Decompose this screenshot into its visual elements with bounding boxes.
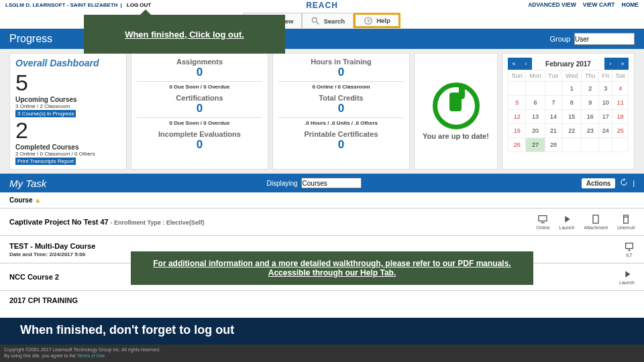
calendar-month: February 2017 bbox=[545, 60, 591, 68]
stat-sub: .0 Hours / .0 Units / .0 Others bbox=[278, 120, 404, 126]
course-title: 2017 CPI TRAINING bbox=[9, 296, 78, 304]
callout-help: For additional information and a more de… bbox=[131, 251, 533, 285]
calendar-card: «‹ February 2017 ›» SunMonTueWedThuFriSa… bbox=[502, 53, 635, 170]
advanced-view-link[interactable]: ADVANCED VIEW bbox=[528, 1, 576, 8]
footer-banner: When finished, don't forget to log out bbox=[0, 318, 644, 345]
tab-help[interactable]: ? Help bbox=[354, 13, 400, 28]
stat-number: 0 bbox=[278, 102, 404, 115]
view-cart-link[interactable]: VIEW CART bbox=[583, 1, 615, 8]
attachment-icon[interactable]: Attachment bbox=[584, 214, 608, 230]
cal-prev-month[interactable]: ‹ bbox=[520, 58, 532, 70]
course-datetime: Date and Time: 2/24/2017 5:00 bbox=[9, 251, 95, 257]
launch-icon[interactable]: Launch bbox=[559, 214, 575, 230]
course-title: NCC Course 2 bbox=[9, 273, 59, 281]
print-transcripts-button[interactable]: Print Transcripts Report bbox=[15, 158, 76, 165]
svg-rect-6 bbox=[593, 215, 598, 223]
group-label: Group bbox=[549, 35, 570, 43]
cal-next-year[interactable]: » bbox=[616, 58, 629, 70]
upcoming-count: 5 bbox=[15, 70, 121, 96]
upcoming-label: Upcoming Courses bbox=[15, 96, 121, 103]
stat-sub: 0 Due Soon / 0 Overdue bbox=[137, 120, 262, 126]
svg-point-10 bbox=[629, 249, 631, 251]
stat-number: 0 bbox=[137, 66, 262, 79]
thumbs-up-icon bbox=[433, 82, 480, 129]
svg-rect-7 bbox=[624, 215, 629, 223]
tab-label: Help bbox=[376, 17, 390, 24]
stat-title: Hours in Training bbox=[278, 58, 404, 66]
card-title: Overall Dashboard bbox=[15, 58, 121, 68]
progress-pill[interactable]: 3 Course(s) in Progress bbox=[15, 110, 76, 117]
completed-sub: 2 Online / 0 Classroom / 0 Others bbox=[15, 151, 121, 157]
actions-button[interactable]: Actions bbox=[582, 178, 616, 188]
stat-title: Printable Certificates bbox=[278, 130, 404, 138]
search-icon bbox=[311, 16, 320, 25]
stat-title: Certifications bbox=[137, 94, 262, 102]
cal-prev-year[interactable]: « bbox=[508, 58, 520, 70]
stat-number: 0 bbox=[137, 102, 262, 115]
group-select[interactable] bbox=[574, 33, 635, 45]
stat-title: Incomplete Evaluations bbox=[137, 130, 262, 138]
divider: | bbox=[633, 180, 635, 187]
sort-asc-icon: ▲ bbox=[34, 196, 41, 204]
overall-dashboard-card: Overall Dashboard 5 Upcoming Courses 3 O… bbox=[9, 53, 127, 170]
svg-text:?: ? bbox=[367, 17, 370, 23]
brand-logo: REACH bbox=[306, 1, 338, 10]
stat-number: 0 bbox=[278, 138, 404, 152]
course-column-header[interactable]: Course ▲ bbox=[0, 192, 644, 208]
displaying-select[interactable] bbox=[301, 178, 362, 188]
completed-count: 2 bbox=[15, 117, 121, 143]
course-title: TEST - Multi-Day Course bbox=[9, 242, 95, 250]
tab-label: Search bbox=[323, 17, 345, 25]
table-row[interactable]: 2017 CPI TRAINING bbox=[0, 291, 644, 310]
ilt-icon[interactable]: ILT bbox=[624, 241, 635, 257]
online-icon[interactable]: Online bbox=[536, 214, 549, 230]
svg-rect-4 bbox=[539, 216, 547, 221]
enrollment-type: - Enrollment Type : Elective(Self) bbox=[111, 219, 205, 226]
assignments-card: Assignments 0 0 Due Soon / 0 Overdue Cer… bbox=[131, 53, 268, 170]
refresh-icon[interactable] bbox=[619, 178, 629, 188]
page-title: Progress bbox=[9, 33, 52, 45]
terms-link[interactable]: Terms of Use bbox=[77, 353, 105, 358]
course-title: Captivate Project No Test 47 bbox=[9, 218, 109, 226]
uptodate-text: You are up to date! bbox=[423, 132, 489, 140]
divider: | bbox=[121, 2, 122, 8]
help-icon: ? bbox=[364, 16, 373, 25]
svg-rect-9 bbox=[626, 243, 633, 249]
completed-label: Completed Courses bbox=[15, 143, 121, 151]
displaying-label: Displaying bbox=[266, 180, 297, 187]
stat-number: 0 bbox=[278, 66, 404, 79]
uptodate-card: You are up to date! bbox=[414, 53, 498, 170]
stat-sub: 0 Due Soon / 0 Overdue bbox=[137, 84, 262, 90]
upcoming-sub: 3 Online / 2 Classroom bbox=[15, 103, 121, 109]
home-link[interactable]: HOME bbox=[622, 1, 639, 8]
user-name: LSGLM D. LEARNSOFT - SAINT ELIZABETH bbox=[5, 2, 118, 8]
svg-line-1 bbox=[317, 22, 319, 25]
stat-title: Assignments bbox=[137, 58, 262, 66]
stat-sub: 0 Online / 0 Classroom bbox=[278, 84, 404, 90]
svg-point-0 bbox=[313, 17, 317, 22]
launch-icon[interactable]: Launch bbox=[619, 269, 635, 285]
stat-title: Total Credits bbox=[278, 94, 404, 102]
mytask-title: My Task bbox=[9, 178, 46, 189]
copyright: Copyright ©2001-2017 Learnsoft Technolog… bbox=[0, 345, 644, 362]
cal-next-month[interactable]: › bbox=[604, 58, 616, 70]
calendar-table[interactable]: SunMonTueWedThuFriSat 1234 567891011 121… bbox=[508, 70, 629, 152]
stat-number: 0 bbox=[137, 138, 262, 152]
tab-search[interactable]: Search bbox=[302, 13, 354, 28]
table-row[interactable]: Captivate Project No Test 47 - Enrollmen… bbox=[0, 208, 644, 236]
hours-card: Hours in Training 0 0 Online / 0 Classro… bbox=[272, 53, 410, 170]
unenroll-icon[interactable]: Unenroll bbox=[617, 214, 635, 230]
callout-logout: When finished, Click log out. bbox=[84, 15, 285, 54]
